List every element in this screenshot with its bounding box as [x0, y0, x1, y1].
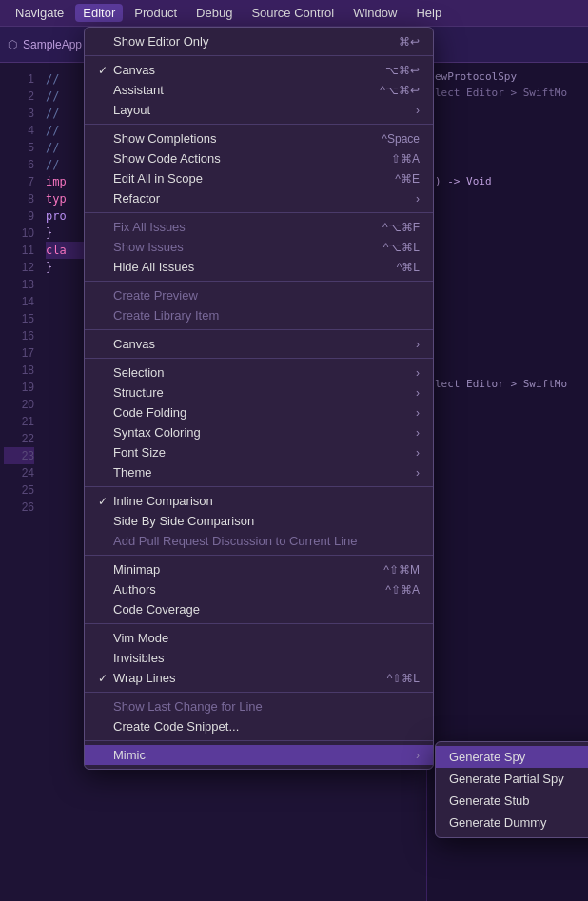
menu-item-invisibles[interactable]: Invisibles — [85, 648, 433, 668]
submenu-item-generate-partial-spy[interactable]: Generate Partial Spy — [436, 768, 588, 790]
menu-help[interactable]: Help — [408, 4, 449, 22]
menu-item-canvas-arrow[interactable]: Canvas › — [85, 334, 433, 354]
menu-item-hide-all-issues[interactable]: Hide All Issues ^⌘L — [85, 257, 433, 277]
menu-editor[interactable]: Editor — [75, 4, 123, 22]
menu-item-minimap[interactable]: Minimap ^⇧⌘M — [85, 559, 433, 579]
menu-item-vim-mode[interactable]: Vim Mode — [85, 628, 433, 648]
menu-item-wrap-lines[interactable]: ✓ Wrap Lines ^⇧⌘L — [85, 668, 433, 688]
right-editor-hint: lect Editor > SwiftMo — [435, 87, 580, 99]
menu-item-fix-all-issues: Fix All Issues ^⌥⌘F — [85, 217, 433, 237]
sep-1 — [85, 55, 433, 56]
menu-item-show-code-actions[interactable]: Show Code Actions ⇧⌘A — [85, 148, 433, 168]
menu-item-font-size[interactable]: Font Size › — [85, 442, 433, 462]
menu-item-code-coverage[interactable]: Code Coverage — [85, 599, 433, 619]
menu-navigate[interactable]: Navigate — [8, 4, 71, 22]
menu-item-show-last-change: Show Last Change for Line — [85, 696, 433, 716]
menu-item-show-completions[interactable]: Show Completions ^Space — [85, 128, 433, 148]
menu-item-show-editor-only[interactable]: Show Editor Only ⌘↩ — [85, 31, 433, 51]
menu-item-mimic[interactable]: Mimic › — [85, 745, 433, 765]
menu-product[interactable]: Product — [127, 4, 185, 22]
toolbar-app-title: SampleApp — [23, 38, 82, 51]
sep-10 — [85, 692, 433, 693]
sep-2 — [85, 124, 433, 125]
sep-4 — [85, 281, 433, 282]
shortcut-assistant: ^⌥⌘↩ — [380, 84, 420, 97]
menu-item-create-preview: Create Preview — [85, 285, 433, 305]
checkmark-canvas: ✓ — [98, 64, 111, 77]
menu-item-add-pull-request: Add Pull Request Discussion to Current L… — [85, 531, 433, 551]
sep-7 — [85, 486, 433, 487]
menu-debug[interactable]: Debug — [188, 4, 240, 22]
shortcut-show-editor-only: ⌘↩ — [399, 35, 420, 49]
sep-6 — [85, 358, 433, 359]
shortcut-canvas: ⌥⌘↩ — [385, 64, 420, 77]
label-assistant: Assistant — [113, 83, 361, 97]
menu-item-edit-all-scope[interactable]: Edit All in Scope ^⌘E — [85, 168, 433, 188]
label-layout: Layout — [113, 103, 389, 117]
menu-item-create-library-item: Create Library Item — [85, 305, 433, 325]
checkmark-layout — [98, 104, 111, 117]
submenu-item-generate-stub[interactable]: Generate Stub — [436, 790, 588, 812]
menu-item-assistant[interactable]: Assistant ^⌥⌘↩ — [85, 80, 433, 100]
label-canvas-check: Canvas — [113, 63, 366, 77]
checkmark-assistant — [98, 84, 111, 97]
menu-item-refactor[interactable]: Refactor › — [85, 188, 433, 208]
menu-item-code-folding[interactable]: Code Folding › — [85, 402, 433, 422]
menu-source-control[interactable]: Source Control — [244, 4, 342, 22]
menu-item-side-by-side[interactable]: Side By Side Comparison — [85, 511, 433, 531]
menu-item-syntax-coloring[interactable]: Syntax Coloring › — [85, 422, 433, 442]
line-numbers: 12345 678910 1112131415 1617181920 21222… — [0, 63, 38, 901]
right-editor-title: ewProtocolSpy — [435, 70, 580, 83]
editor-dropdown-menu: Show Editor Only ⌘↩ ✓ Canvas ⌥⌘↩ Assista… — [84, 27, 434, 770]
menu-item-show-issues: Show Issues ^⌥⌘L — [85, 237, 433, 257]
menu-item-theme[interactable]: Theme › — [85, 462, 433, 482]
sep-5 — [85, 329, 433, 330]
menu-bar: Navigate Editor Product Debug Source Con… — [0, 0, 588, 27]
menu-item-canvas-check[interactable]: ✓ Canvas ⌥⌘↩ — [85, 60, 433, 80]
checkmark-show-editor-only — [98, 35, 111, 49]
sep-9 — [85, 623, 433, 624]
arrow-layout: › — [416, 104, 420, 117]
menu-item-create-code-snippet[interactable]: Create Code Snippet... — [85, 716, 433, 736]
menu-item-structure[interactable]: Structure › — [85, 382, 433, 402]
submenu-item-generate-spy[interactable]: Generate Spy — [436, 746, 588, 768]
menu-item-mimic-container: Mimic › Generate Spy Generate Partial Sp… — [85, 745, 433, 765]
menu-item-authors[interactable]: Authors ^⇧⌘A — [85, 579, 433, 599]
label-show-editor-only: Show Editor Only — [113, 34, 380, 49]
menu-window[interactable]: Window — [345, 4, 404, 22]
menu-item-inline-comparison[interactable]: ✓ Inline Comparison — [85, 491, 433, 511]
menu-item-layout[interactable]: Layout › — [85, 100, 433, 120]
sep-8 — [85, 555, 433, 556]
sep-11 — [85, 740, 433, 741]
sep-3 — [85, 212, 433, 213]
submenu-item-generate-dummy[interactable]: Generate Dummy — [436, 812, 588, 833]
toolbar-app-icon: ⬡ — [8, 38, 17, 51]
mimic-submenu: Generate Spy Generate Partial Spy Genera… — [435, 741, 588, 838]
menu-item-selection[interactable]: Selection › — [85, 362, 433, 382]
